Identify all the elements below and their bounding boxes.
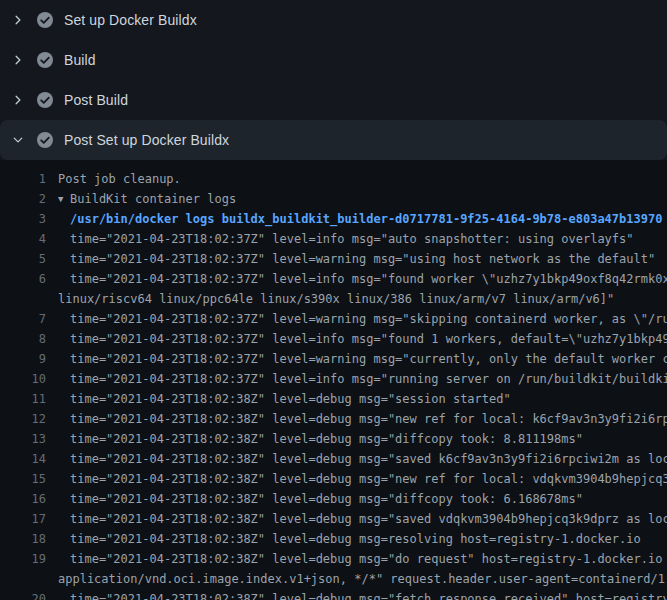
line-number[interactable]: 17	[0, 509, 46, 529]
log-text-content: BuildKit container logs	[70, 192, 236, 206]
log-text: linux/riscv64 linux/ppc64le linux/s390x …	[58, 289, 614, 309]
log-text-content: time="2021-04-23T18:02:37Z" level=warnin…	[70, 252, 655, 266]
line-number[interactable]: 1	[0, 169, 46, 189]
log-line: 1Post job cleanup.	[0, 169, 667, 189]
log-line: 8time="2021-04-23T18:02:37Z" level=info …	[0, 329, 667, 349]
log-line: 7time="2021-04-23T18:02:37Z" level=warni…	[0, 309, 667, 329]
log-line: 18time="2021-04-23T18:02:38Z" level=debu…	[0, 529, 667, 549]
group-toggle-icon[interactable]: ▼	[58, 189, 70, 209]
log-command-text: /usr/bin/docker logs buildx_buildkit_bui…	[70, 209, 662, 229]
log-text[interactable]: ▼BuildKit container logs	[58, 189, 236, 209]
log-text: time="2021-04-23T18:02:37Z" level=info m…	[70, 329, 667, 349]
log-line: 12time="2021-04-23T18:02:38Z" level=debu…	[0, 409, 667, 429]
log-text: time="2021-04-23T18:02:38Z" level=debug …	[70, 509, 667, 529]
log-text: time="2021-04-23T18:02:37Z" level=warnin…	[70, 349, 667, 369]
line-number[interactable]: 2	[0, 189, 46, 209]
log-text: time="2021-04-23T18:02:37Z" level=warnin…	[70, 309, 667, 329]
line-number[interactable]: 19	[0, 549, 46, 569]
section-header-build[interactable]: Build	[0, 40, 667, 80]
log-line: 20time="2021-04-23T18:02:38Z" level=debu…	[0, 589, 667, 600]
log-text: time="2021-04-23T18:02:38Z" level=debug …	[70, 549, 667, 569]
line-number	[0, 569, 46, 589]
line-number[interactable]: 8	[0, 329, 46, 349]
line-number[interactable]: 14	[0, 449, 46, 469]
line-number[interactable]: 16	[0, 489, 46, 509]
chevron-right-icon	[12, 94, 24, 106]
log-text-content: time="2021-04-23T18:02:38Z" level=debug …	[70, 552, 667, 566]
log-text: time="2021-04-23T18:02:37Z" level=info m…	[70, 229, 634, 249]
chevron-right-icon	[12, 14, 24, 26]
check-circle-icon	[37, 92, 53, 108]
log-line: 6time="2021-04-23T18:02:37Z" level=info …	[0, 269, 667, 289]
log-text-content: time="2021-04-23T18:02:38Z" level=debug …	[70, 472, 667, 486]
section-label: Post Build	[64, 92, 128, 108]
actions-log-viewer: Set up Docker Buildx Build Post Build Po…	[0, 0, 667, 600]
log-line: 19time="2021-04-23T18:02:38Z" level=debu…	[0, 549, 667, 569]
check-circle-icon	[37, 12, 53, 28]
line-number[interactable]: 10	[0, 369, 46, 389]
line-number[interactable]: 12	[0, 409, 46, 429]
line-number	[0, 289, 46, 309]
log-text: time="2021-04-23T18:02:38Z" level=debug …	[70, 429, 583, 449]
log-line: 2▼BuildKit container logs	[0, 189, 667, 209]
section-label: Post Set up Docker Buildx	[64, 132, 229, 148]
line-number[interactable]: 20	[0, 589, 46, 600]
log-text: time="2021-04-23T18:02:38Z" level=debug …	[70, 389, 511, 409]
line-number[interactable]: 3	[0, 209, 46, 229]
line-number[interactable]: 18	[0, 529, 46, 549]
log-text-content: time="2021-04-23T18:02:38Z" level=debug …	[70, 592, 667, 600]
log-text: Post job cleanup.	[58, 169, 181, 189]
section-label: Set up Docker Buildx	[64, 12, 197, 28]
log-line: 3/usr/bin/docker logs buildx_buildkit_bu…	[0, 209, 667, 229]
line-number[interactable]: 13	[0, 429, 46, 449]
log-text-content: /usr/bin/docker logs buildx_buildkit_bui…	[70, 212, 662, 226]
log-line: 4time="2021-04-23T18:02:37Z" level=info …	[0, 229, 667, 249]
section-label: Build	[64, 52, 96, 68]
log-text-content: time="2021-04-23T18:02:38Z" level=debug …	[70, 512, 667, 526]
log-line: 14time="2021-04-23T18:02:38Z" level=debu…	[0, 449, 667, 469]
log-line: 10time="2021-04-23T18:02:37Z" level=info…	[0, 369, 667, 389]
log-text-content: time="2021-04-23T18:02:37Z" level=info m…	[70, 232, 634, 246]
log-text-content: linux/riscv64 linux/ppc64le linux/s390x …	[58, 292, 614, 306]
line-number[interactable]: 7	[0, 309, 46, 329]
log-text: time="2021-04-23T18:02:38Z" level=debug …	[70, 449, 667, 469]
line-number[interactable]: 11	[0, 389, 46, 409]
chevron-down-icon	[12, 134, 24, 146]
log-line: 11time="2021-04-23T18:02:38Z" level=debu…	[0, 389, 667, 409]
log-text-content: time="2021-04-23T18:02:38Z" level=debug …	[70, 432, 583, 446]
line-number[interactable]: 5	[0, 249, 46, 269]
line-number[interactable]: 4	[0, 229, 46, 249]
log-text-content: time="2021-04-23T18:02:38Z" level=debug …	[70, 412, 667, 426]
log-text: time="2021-04-23T18:02:38Z" level=debug …	[70, 469, 667, 489]
line-number[interactable]: 6	[0, 269, 46, 289]
log-text-content: time="2021-04-23T18:02:37Z" level=warnin…	[70, 352, 667, 366]
log-line: 17time="2021-04-23T18:02:38Z" level=debu…	[0, 509, 667, 529]
log-text-content: time="2021-04-23T18:02:38Z" level=debug …	[70, 532, 641, 546]
log-line: application/vnd.oci.image.index.v1+json,…	[0, 569, 667, 589]
section-header-set-up-docker-buildx[interactable]: Set up Docker Buildx	[0, 0, 667, 40]
log-text-content: time="2021-04-23T18:02:38Z" level=debug …	[70, 452, 667, 466]
chevron-right-icon	[12, 54, 24, 66]
section-header-post-build[interactable]: Post Build	[0, 80, 667, 120]
log-text: time="2021-04-23T18:02:37Z" level=info m…	[70, 369, 667, 389]
log-line: 5time="2021-04-23T18:02:37Z" level=warni…	[0, 249, 667, 269]
log-line: 13time="2021-04-23T18:02:38Z" level=debu…	[0, 429, 667, 449]
log-text: time="2021-04-23T18:02:38Z" level=debug …	[70, 409, 667, 429]
log-text-content: time="2021-04-23T18:02:37Z" level=info m…	[70, 332, 667, 346]
log-text: time="2021-04-23T18:02:37Z" level=warnin…	[70, 249, 655, 269]
line-number[interactable]: 15	[0, 469, 46, 489]
check-circle-icon	[37, 52, 53, 68]
log-line: linux/riscv64 linux/ppc64le linux/s390x …	[0, 289, 667, 309]
log-text-content: Post job cleanup.	[58, 172, 181, 186]
log-text-content: time="2021-04-23T18:02:37Z" level=info m…	[70, 272, 667, 286]
log-text: time="2021-04-23T18:02:38Z" level=debug …	[70, 529, 641, 549]
section-header-post-set-up-docker-buildx[interactable]: Post Set up Docker Buildx	[0, 120, 667, 160]
line-number[interactable]: 9	[0, 349, 46, 369]
log-text-content: time="2021-04-23T18:02:37Z" level=warnin…	[70, 312, 667, 326]
log-line: 15time="2021-04-23T18:02:38Z" level=debu…	[0, 469, 667, 489]
log-text-content: time="2021-04-23T18:02:38Z" level=debug …	[70, 392, 511, 406]
log-line: 16time="2021-04-23T18:02:38Z" level=debu…	[0, 489, 667, 509]
log-text-content: time="2021-04-23T18:02:38Z" level=debug …	[70, 492, 583, 506]
log-text-content: application/vnd.oci.image.index.v1+json,…	[58, 572, 667, 586]
log-text: time="2021-04-23T18:02:38Z" level=debug …	[70, 589, 667, 600]
